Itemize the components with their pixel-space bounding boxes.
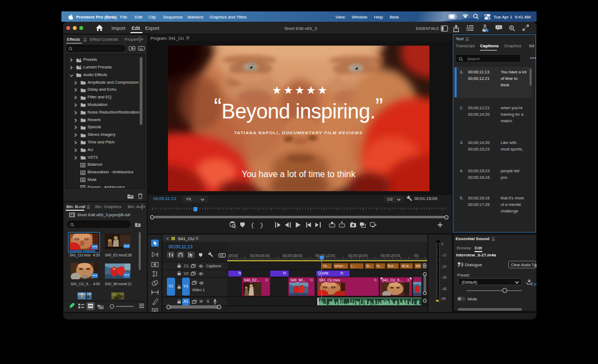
svg-text:}: } <box>260 222 264 229</box>
svg-text:32: 32 <box>139 47 142 51</box>
svg-text:{: { <box>251 222 254 229</box>
